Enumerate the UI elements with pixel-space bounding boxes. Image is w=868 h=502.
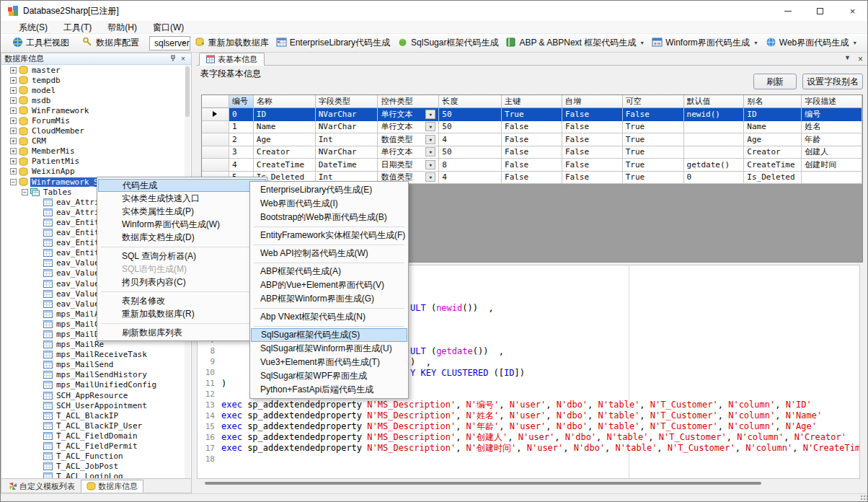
submenu-item-1[interactable]: Web界面代码生成(I) bbox=[251, 197, 407, 211]
submenu-item-15[interactable]: SqlSugar框架Winform界面生成(U) bbox=[251, 342, 407, 356]
grid-cell[interactable]: ID bbox=[744, 108, 802, 121]
grid-column-header-10[interactable]: 字段描述 bbox=[802, 95, 862, 108]
db-config-button[interactable]: 数据库配置 bbox=[79, 35, 142, 51]
pin-button[interactable] bbox=[168, 55, 178, 63]
grid-cell[interactable]: CreateTime bbox=[254, 159, 316, 172]
combo-dropdown-button[interactable]: ▼ bbox=[425, 160, 435, 169]
tree-item-table[interactable]: mps_MailSend bbox=[1, 360, 191, 370]
submenu-item-14[interactable]: SqlSugar框架代码生成(S) bbox=[251, 328, 407, 342]
grid-cell[interactable]: 单行文本▼ bbox=[378, 146, 439, 159]
grid-cell[interactable]: True bbox=[623, 172, 684, 185]
tab-table-basic-info[interactable]: 表基本信息 bbox=[199, 53, 265, 66]
grid-cell[interactable]: Creator bbox=[254, 146, 316, 159]
grid-cell[interactable]: False bbox=[562, 146, 623, 159]
grid-column-header-4[interactable]: 长度 bbox=[439, 95, 502, 108]
tree-item-database[interactable]: +tempdb bbox=[1, 75, 191, 85]
submenu-item-10[interactable]: ABP框架Winform界面生成(G) bbox=[251, 292, 407, 306]
grid-cell[interactable]: False bbox=[502, 172, 562, 185]
expand-icon[interactable]: + bbox=[10, 138, 17, 144]
submenu-item-8[interactable]: ABP框架代码生成(A) bbox=[251, 265, 407, 278]
panel-close-button[interactable]: × bbox=[178, 55, 188, 63]
menubar-item-0[interactable]: 系统(S) bbox=[11, 21, 56, 34]
tree-item-database[interactable]: +CloudMember bbox=[1, 126, 191, 136]
submenu-item-0[interactable]: EnterpriseLibrary代码生成(E) bbox=[251, 183, 407, 197]
grid-cell[interactable]: 50 bbox=[439, 108, 502, 121]
submenu-item-6[interactable]: Web API控制器代码生成(W) bbox=[251, 247, 407, 260]
grid-row-header[interactable] bbox=[202, 133, 229, 146]
grid-cell[interactable]: 50 bbox=[439, 146, 502, 159]
grid-cell[interactable]: 创建人 bbox=[802, 146, 862, 159]
tree-item-database[interactable]: +WeixinApp bbox=[1, 167, 191, 177]
close-button[interactable]: × bbox=[836, 1, 868, 21]
resize-grip[interactable] bbox=[860, 495, 867, 502]
collapse-icon[interactable]: − bbox=[22, 189, 28, 195]
tree-item-table[interactable]: mps_MailUnifiedConfig bbox=[1, 380, 191, 390]
grid-column-header-3[interactable]: 控件类型 bbox=[378, 95, 439, 108]
grid-cell[interactable]: NVarChar bbox=[316, 146, 378, 159]
grid-cell[interactable]: 编号 bbox=[802, 108, 862, 121]
tree-item-database[interactable]: +CRM bbox=[1, 136, 191, 146]
grid-cell[interactable]: Age bbox=[254, 133, 316, 146]
tree-item-database[interactable]: +ForumMis bbox=[1, 115, 191, 126]
set-field-alias-button[interactable]: 设置字段别名 bbox=[802, 74, 863, 89]
context-menu-item-8[interactable]: 拷贝列表内容(C) bbox=[98, 276, 266, 289]
grid-cell[interactable]: False bbox=[562, 133, 623, 146]
grid-column-header-0[interactable]: 编号 bbox=[229, 95, 254, 108]
editor-hscrollbar[interactable] bbox=[205, 482, 761, 485]
grid-cell[interactable]: newid() bbox=[684, 108, 745, 121]
web-codegen-button[interactable]: Web界面代码生成 ▼ bbox=[763, 35, 860, 51]
grid-cell[interactable]: False bbox=[502, 159, 562, 172]
winform-codegen-button[interactable]: Winform界面代码生成 ▼ bbox=[649, 35, 761, 51]
maximize-button[interactable] bbox=[804, 1, 836, 21]
doc-close-button[interactable]: × bbox=[858, 54, 863, 64]
grid-cell[interactable]: Creator bbox=[744, 146, 802, 159]
menubar-item-2[interactable]: 帮助(H) bbox=[99, 21, 145, 34]
expand-icon[interactable]: + bbox=[10, 158, 17, 164]
refresh-button[interactable]: 刷新 bbox=[753, 74, 797, 89]
context-menu-item-10[interactable]: 表别名修改 bbox=[98, 294, 266, 307]
context-menu-item-0[interactable]: 代码生成▶ bbox=[98, 179, 266, 192]
submenu-item-16[interactable]: Vue3+Element界面代码生成(T) bbox=[251, 356, 407, 369]
submenu-item-18[interactable]: Python+FastApi后端代码生成 bbox=[251, 383, 407, 397]
context-menu-item-6[interactable]: SQL 查询分析器(A) bbox=[98, 250, 266, 263]
context-menu-item-4[interactable]: 数据库文档生成(D) bbox=[98, 231, 266, 244]
grid-cell[interactable]: 50 bbox=[439, 121, 502, 134]
grid-cell[interactable]: 3 bbox=[229, 146, 254, 159]
combo-dropdown-button[interactable]: ▼ bbox=[425, 172, 435, 182]
grid-cell[interactable]: False bbox=[562, 172, 623, 185]
grid-cell[interactable]: True bbox=[623, 146, 684, 159]
grid-cell[interactable]: Age bbox=[744, 133, 802, 146]
minimize-button[interactable] bbox=[771, 1, 804, 21]
grid-row-header[interactable] bbox=[202, 121, 229, 134]
reload-database-button[interactable]: 重新加载数据库 bbox=[192, 35, 272, 51]
grid-cell[interactable]: False bbox=[502, 146, 562, 159]
expand-icon[interactable]: + bbox=[10, 67, 17, 74]
entlib-codegen-button[interactable]: EnterpriseLibrary代码生成 bbox=[273, 35, 393, 51]
combo-dropdown-button[interactable]: ▼ bbox=[425, 147, 435, 157]
grid-cell[interactable]: 0 bbox=[684, 172, 745, 185]
grid-cell[interactable]: NVarChar bbox=[316, 108, 378, 121]
grid-cell[interactable]: 1 bbox=[229, 121, 254, 134]
grid-corner-cell[interactable] bbox=[202, 95, 229, 108]
grid-cell[interactable]: False bbox=[562, 159, 623, 172]
grid-cell[interactable]: True bbox=[502, 108, 562, 121]
grid-cell[interactable]: 4 bbox=[439, 133, 502, 146]
tree-item-database[interactable]: +model bbox=[1, 85, 191, 95]
grid-cell[interactable]: 日期类型▼ bbox=[378, 159, 439, 172]
tree-item-table[interactable]: T_ACL_Function bbox=[1, 452, 191, 462]
menubar-item-1[interactable]: 工具(T) bbox=[56, 21, 99, 34]
sqlsugar-codegen-button[interactable]: SqlSugar框架代码生成 bbox=[394, 35, 501, 51]
grid-row-header[interactable] bbox=[202, 108, 229, 121]
tree-item-table[interactable]: SCH_UserAppointment bbox=[1, 400, 191, 410]
submenu-item-17[interactable]: SqlSugar框架WPF界面生成 bbox=[251, 369, 407, 383]
grid-cell[interactable]: False bbox=[502, 121, 562, 134]
grid-cell[interactable] bbox=[684, 146, 745, 159]
grid-cell[interactable]: Name bbox=[744, 121, 802, 134]
context-menu-item-13[interactable]: 刷新数据库列表 bbox=[98, 326, 266, 339]
collapse-icon[interactable]: − bbox=[10, 179, 17, 185]
grid-cell[interactable]: ID bbox=[254, 108, 316, 121]
grid-cell[interactable]: 创建时间 bbox=[802, 159, 862, 172]
grid-cell[interactable]: 数值类型▼ bbox=[378, 133, 439, 146]
grid-cell[interactable]: DateTime bbox=[316, 159, 378, 172]
tree-item-table[interactable]: mps_MailReceiveTask bbox=[1, 350, 191, 360]
